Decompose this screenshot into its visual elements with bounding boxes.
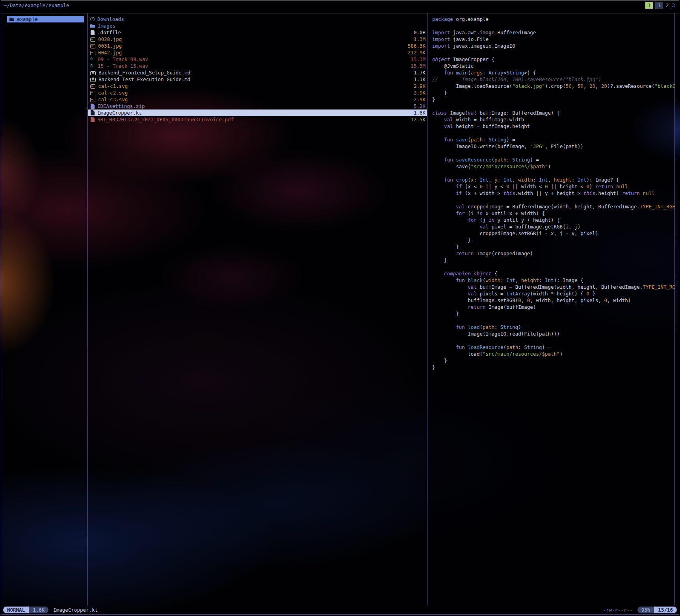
file-row[interactable]: 09 - Track 09.wav15.3M [88, 56, 427, 63]
file-row[interactable]: cal-c2.svg2.9K [88, 89, 427, 96]
file-name: 15 - Track 15.wav [98, 63, 407, 69]
code-line [432, 22, 674, 29]
file-row[interactable]: Images [88, 22, 427, 29]
status-filename: ImageCropper.kt [53, 607, 98, 613]
file-icon [91, 30, 95, 35]
folder-icon [90, 24, 95, 28]
code-line: return Image(croppedImage) [432, 250, 674, 257]
code-line: class Image(val buffImage: BufferedImage… [432, 109, 674, 116]
code-line: buffImage.setRGB(0, 0, width, height, pi… [432, 297, 674, 304]
code-line: val buffImage = BufferedImage(width, hei… [432, 284, 674, 290]
file-row[interactable]: .dotfile0.0B [88, 29, 427, 36]
file-name: 0028.jpg [98, 36, 411, 42]
code-line: import java.awt.image.BufferedImage [432, 29, 674, 36]
file-size: 15.3M [411, 56, 425, 62]
code-line: for (i in x until x + width) { [432, 210, 674, 217]
pane-divider [87, 13, 88, 605]
status-right-group: -rw-r--r-- 93% 15/16 [603, 607, 677, 613]
file-name: Images [98, 23, 422, 29]
code-line [432, 150, 674, 156]
audio-icon [90, 57, 95, 62]
code-line: } [432, 257, 674, 263]
file-row[interactable]: SBI_0032013739_2023_DE05_0003155631Invoi… [88, 116, 427, 123]
file-row[interactable]: 0042.jpg212.9K [88, 49, 427, 56]
file-size: 1.7K [414, 70, 425, 76]
file-size: 1.3M [414, 36, 425, 42]
file-size: 212.9K [408, 50, 425, 56]
file-name: cal-c1.svg [98, 83, 411, 89]
tab-1[interactable]: 1 [645, 2, 653, 9]
code-line: import java.io.File [432, 36, 674, 43]
code-line: Image.loadResource("black.jpg").crop(50,… [432, 83, 674, 89]
file-name: 0031.jpg [98, 43, 405, 49]
code-line: val width = buffImage.width [432, 116, 674, 123]
code-line: val pixel = buffImage.getRGB(i, j) [432, 223, 674, 230]
scroll-percent-badge: 93% [637, 607, 654, 613]
mode-pill: NORMAL 1.6K [3, 607, 48, 613]
file-row[interactable]: ImageCropper.kt1.6K [88, 109, 427, 116]
file-name: 0042.jpg [98, 50, 405, 56]
permissions-text: -rw-r--r-- [603, 607, 633, 613]
file-row[interactable]: cal-c1.svg2.9K [88, 83, 427, 89]
file-name: ImageCropper.kt [97, 110, 411, 116]
parent-dir-label: example [17, 16, 38, 22]
file-row[interactable]: Backend_Frontend_Setup_Guide.md1.7K [88, 69, 427, 76]
file-size: 1.6K [414, 110, 425, 116]
code-line: if (x + width > this.width || y + height… [432, 190, 674, 197]
pane-divider [427, 13, 427, 605]
code-line: } [432, 357, 674, 364]
path-breadcrumb: ~/Data/example/example [4, 2, 69, 8]
code-line: import javax.imageio.ImageIO [432, 43, 674, 49]
archive-icon [91, 104, 95, 109]
tab-2[interactable]: 2 [665, 2, 669, 9]
file-list-pane: DownloadsImages.dotfile0.0B0028.jpg1.3M0… [88, 13, 427, 605]
pdf-icon [91, 117, 95, 122]
code-line: fun black(width: Int, height: Int): Imag… [432, 277, 674, 284]
parent-directory-pane: example [2, 13, 87, 605]
image-icon [90, 98, 95, 102]
mode-badge: NORMAL [3, 607, 29, 613]
file-size: 2.9K [414, 83, 425, 89]
code-line: val croppedImage = BufferedImage(width, … [432, 203, 674, 210]
file-row[interactable]: IDEAsettings.zip5.2K [88, 103, 427, 109]
file-size: 2.9K [414, 90, 425, 96]
pane-divider [674, 13, 675, 605]
code-line: companion object { [432, 270, 674, 277]
file-row[interactable]: Downloads [88, 16, 427, 22]
code-line [432, 317, 674, 324]
code-line [432, 49, 674, 56]
code-preview: package org.example import java.awt.imag… [427, 13, 674, 371]
code-line: fun save(path: String) = [432, 136, 674, 143]
code-line: } [432, 364, 674, 371]
file-row[interactable]: Backend_Test_Execution_Guide.md1.3K [88, 76, 427, 83]
file-size: 0.0B [414, 30, 425, 35]
audio-icon [90, 64, 95, 69]
file-name: IDEAsettings.zip [97, 103, 411, 109]
file-row[interactable]: 0031.jpg586.3K [88, 43, 427, 49]
code-line: @JvmStatic [432, 63, 674, 69]
code-line: } [432, 96, 674, 103]
file-size: 2.9K [414, 96, 425, 102]
file-name: .dotfile [97, 30, 411, 35]
file-name: cal-c2.svg [98, 90, 411, 96]
file-row[interactable]: 0028.jpg1.3M [88, 36, 427, 43]
tab-3[interactable]: 3 [671, 2, 675, 9]
parent-dir-item[interactable]: example [7, 16, 84, 22]
file-name: Backend_Test_Execution_Guide.md [98, 76, 411, 82]
tab-1[interactable]: 1 [655, 2, 663, 9]
code-line: fun main(args: Array<String>) { [432, 69, 674, 76]
code-line: object ImageCropper { [432, 56, 674, 63]
code-line: Image(ImageIO.read(File(path))) [432, 330, 674, 337]
code-line [432, 103, 674, 109]
folder-icon [9, 17, 14, 22]
code-line: val height = buffImage.height [432, 123, 674, 130]
image-icon [90, 51, 95, 55]
file-row[interactable]: 15 - Track 15.wav15.3M [88, 63, 427, 69]
code-line [432, 263, 674, 270]
code-line: load("src/main/resources/$path") [432, 351, 674, 357]
code-line: croppedImage.setRGB(i - x, j - y, pixel) [432, 230, 674, 237]
file-row[interactable]: cal-c3.svg2.9K [88, 96, 427, 103]
file-name: cal-c3.svg [98, 96, 411, 102]
code-line: } [432, 89, 674, 96]
image-icon [90, 91, 95, 95]
